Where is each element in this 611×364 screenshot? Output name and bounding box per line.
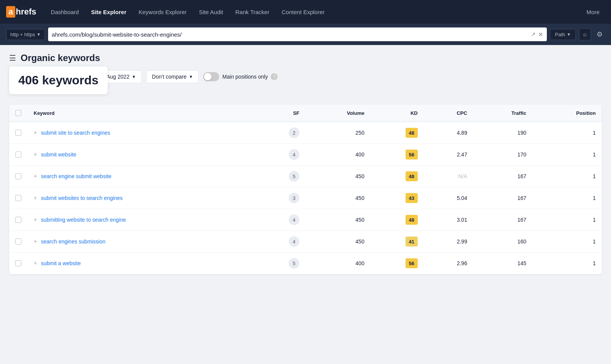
sf-badge: 4 bbox=[289, 236, 299, 247]
kd-badge: 56 bbox=[406, 150, 418, 159]
kd-cell: 48 bbox=[370, 166, 424, 187]
cpc-value: 2.96 bbox=[457, 260, 467, 266]
header-kd[interactable]: KD bbox=[370, 105, 424, 122]
add-keyword-button[interactable]: + bbox=[34, 151, 37, 158]
row-checkbox-cell bbox=[9, 144, 27, 166]
add-keyword-button[interactable]: + bbox=[34, 195, 37, 201]
nav-item-site-explorer[interactable]: Site Explorer bbox=[86, 6, 132, 18]
external-link-icon[interactable]: ↗ bbox=[531, 31, 536, 38]
sf-cell: 2 bbox=[255, 122, 306, 144]
row-checkbox[interactable] bbox=[15, 130, 21, 136]
traffic-cell: 167 bbox=[473, 209, 532, 231]
traffic-value: 190 bbox=[517, 130, 526, 136]
volume-value: 250 bbox=[356, 130, 364, 136]
nav-item-keywords-explorer[interactable]: Keywords Explorer bbox=[133, 6, 192, 18]
row-checkbox[interactable] bbox=[15, 151, 21, 158]
main-positions-label: Main positions only bbox=[222, 74, 268, 80]
header-cpc[interactable]: CPC bbox=[424, 105, 474, 122]
table-row: + search engines submission 4 450 41 2.9… bbox=[9, 231, 602, 253]
select-all-checkbox[interactable] bbox=[15, 110, 21, 116]
page-header: ☰ Organic keywords bbox=[9, 53, 602, 63]
nav-item-content-explorer[interactable]: Content Explorer bbox=[276, 6, 330, 18]
sf-cell: 5 bbox=[255, 166, 306, 187]
header-position[interactable]: Position bbox=[532, 105, 602, 122]
volume-value: 450 bbox=[356, 173, 364, 179]
nav-item-rank-tracker[interactable]: Rank Tracker bbox=[230, 6, 275, 18]
cpc-cell: 2.47 bbox=[424, 144, 474, 166]
main-positions-toggle-container: Main positions only ? bbox=[203, 72, 278, 81]
row-checkbox[interactable] bbox=[15, 173, 21, 179]
settings-button[interactable]: ⚙ bbox=[594, 28, 605, 41]
row-checkbox-cell bbox=[9, 122, 27, 144]
compare-button[interactable]: Don't compare ▼ bbox=[146, 70, 199, 83]
keyword-link[interactable]: search engines submission bbox=[41, 238, 105, 245]
logo-hrefs: hrefs bbox=[16, 7, 36, 17]
add-keyword-button[interactable]: + bbox=[34, 238, 37, 245]
traffic-cell: 167 bbox=[473, 187, 532, 209]
keyword-link[interactable]: search engine submit website bbox=[41, 173, 111, 179]
page-title: Organic keywords bbox=[21, 53, 100, 63]
add-keyword-button[interactable]: + bbox=[34, 173, 37, 179]
cpc-cell: 5.04 bbox=[424, 187, 474, 209]
position-cell: 1 bbox=[532, 253, 602, 274]
header-traffic[interactable]: Traffic bbox=[473, 105, 532, 122]
close-icon[interactable]: ✕ bbox=[538, 31, 543, 38]
keyword-cell: + search engine submit website bbox=[27, 166, 255, 187]
search-button[interactable]: ⌕ bbox=[579, 28, 591, 40]
row-checkbox[interactable] bbox=[15, 217, 21, 223]
volume-cell: 450 bbox=[306, 231, 370, 253]
volume-cell: 400 bbox=[306, 144, 370, 166]
row-checkbox[interactable] bbox=[15, 238, 21, 245]
traffic-value: 167 bbox=[517, 195, 526, 201]
keyword-link[interactable]: submitting website to search engine bbox=[41, 217, 126, 223]
row-checkbox-cell bbox=[9, 253, 27, 274]
add-keyword-button[interactable]: + bbox=[34, 129, 37, 136]
volume-value: 450 bbox=[356, 217, 364, 223]
path-button[interactable]: Path ▼ bbox=[550, 29, 576, 40]
keyword-link[interactable]: submit website bbox=[41, 151, 76, 158]
nav-item-dashboard[interactable]: Dashboard bbox=[45, 6, 84, 18]
row-checkbox[interactable] bbox=[15, 260, 21, 266]
header-sf[interactable]: SF bbox=[255, 105, 306, 122]
url-bar: http + https ▼ ↗ ✕ Path ▼ ⌕ ⚙ bbox=[0, 24, 611, 45]
hamburger-icon[interactable]: ☰ bbox=[9, 53, 16, 63]
add-keyword-button[interactable]: + bbox=[34, 260, 37, 266]
position-value: 1 bbox=[593, 260, 596, 266]
help-icon[interactable]: ? bbox=[271, 73, 278, 80]
protocol-select[interactable]: http + https ▼ bbox=[6, 29, 45, 40]
main-positions-toggle[interactable] bbox=[203, 72, 219, 81]
traffic-cell: 167 bbox=[473, 166, 532, 187]
cpc-value: 5.04 bbox=[457, 195, 467, 201]
cpc-value: N/A bbox=[458, 173, 467, 179]
table-row: + submit site to search engines 2 250 48… bbox=[9, 122, 602, 144]
traffic-cell: 190 bbox=[473, 122, 532, 144]
sf-cell: 4 bbox=[255, 209, 306, 231]
keyword-link[interactable]: submit websites to search engines bbox=[41, 195, 123, 201]
cpc-cell: 3.01 bbox=[424, 209, 474, 231]
header-keyword[interactable]: Keyword bbox=[27, 105, 255, 122]
add-keyword-button[interactable]: + bbox=[34, 216, 37, 223]
volume-value: 400 bbox=[356, 260, 364, 266]
sf-cell: 3 bbox=[255, 187, 306, 209]
nav-item-site-audit[interactable]: Site Audit bbox=[194, 6, 228, 18]
logo[interactable]: a hrefs bbox=[6, 6, 36, 18]
keyword-link[interactable]: submit site to search engines bbox=[41, 130, 110, 136]
row-checkbox[interactable] bbox=[15, 195, 21, 201]
kd-cell: 56 bbox=[370, 253, 424, 274]
compare-label: Don't compare bbox=[152, 74, 187, 80]
header-volume[interactable]: Volume bbox=[306, 105, 370, 122]
row-checkbox-cell bbox=[9, 209, 27, 231]
url-input[interactable] bbox=[52, 31, 528, 38]
cpc-cell: N/A bbox=[424, 166, 474, 187]
nav-more[interactable]: More bbox=[581, 6, 605, 18]
traffic-cell: 145 bbox=[473, 253, 532, 274]
keyword-cell: + search engines submission bbox=[27, 231, 255, 253]
cpc-value: 3.01 bbox=[457, 217, 467, 223]
top-navigation: a hrefs Dashboard Site Explorer Keywords… bbox=[0, 0, 611, 24]
position-value: 1 bbox=[593, 217, 596, 223]
header-checkbox-col bbox=[9, 105, 27, 122]
cpc-value: 2.99 bbox=[457, 238, 467, 245]
keyword-link[interactable]: submit a website bbox=[41, 260, 81, 266]
kd-cell: 48 bbox=[370, 209, 424, 231]
toolbar: 406 keywords Aug 2022 ▼ Don't compare ▼ … bbox=[9, 70, 602, 83]
